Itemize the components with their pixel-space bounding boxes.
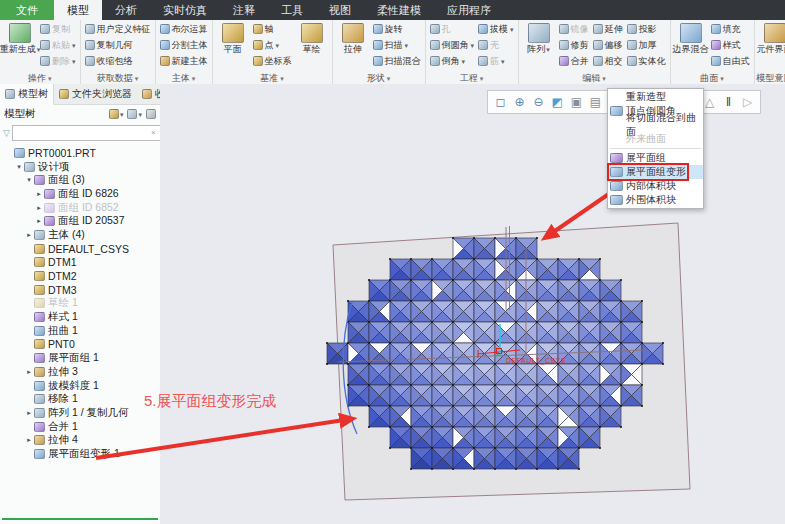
- tab-工具[interactable]: 工具: [268, 0, 316, 20]
- ribbon-button-旋转[interactable]: 旋转: [371, 21, 423, 37]
- tree-item[interactable]: 展平面组变形 1: [0, 447, 160, 461]
- ribbon-button-筋[interactable]: 筋▾: [476, 53, 516, 69]
- menu-item-外来曲面[interactable]: 外来曲面: [608, 132, 703, 146]
- ribbon-button-分割主体[interactable]: 分割主体: [158, 37, 210, 53]
- ribbon-button-偏移[interactable]: 偏移: [591, 37, 625, 53]
- tree-item[interactable]: ▾设计项: [0, 160, 160, 174]
- ribbon-button-新建主体[interactable]: 新建主体: [158, 53, 210, 69]
- tree-item[interactable]: DEFAULT_CSYS: [0, 242, 160, 256]
- tree-item[interactable]: ▾面组 (3): [0, 173, 160, 187]
- tab-柔性建模[interactable]: 柔性建模: [364, 0, 434, 20]
- ribbon-button-相交[interactable]: 相交: [591, 53, 625, 69]
- ribbon-button-收缩包络[interactable]: 收缩包络: [83, 53, 153, 69]
- display-style-icon[interactable]: ▣: [567, 92, 586, 112]
- ribbon-group-label-操作[interactable]: 操作: [2, 72, 78, 84]
- ribbon-button-壳[interactable]: 壳: [476, 37, 516, 53]
- ribbon-button-投影[interactable]: 投影: [625, 21, 668, 37]
- ribbon-button-拔模[interactable]: 拔模▾: [476, 21, 516, 37]
- tree-item[interactable]: PRT0001.PRT: [0, 146, 160, 160]
- ribbon-button-合并[interactable]: 合并: [557, 53, 591, 69]
- ribbon-group-label-曲面[interactable]: 曲面: [673, 72, 752, 84]
- ribbon-button-扫描[interactable]: 扫描▾: [371, 37, 423, 53]
- tree-item[interactable]: 展平面组 1: [0, 351, 160, 365]
- tree-item[interactable]: ▸面组 ID 20537: [0, 214, 160, 228]
- tab-应用程序[interactable]: 应用程序: [434, 0, 504, 20]
- resume-icon[interactable]: ▷: [738, 92, 757, 112]
- expand-icon[interactable]: ▸: [34, 190, 44, 198]
- tree-filter-input[interactable]: [13, 127, 149, 139]
- ribbon-group-label-获取数据[interactable]: 获取数据: [83, 72, 153, 84]
- collapse-icon[interactable]: ▾: [14, 163, 24, 171]
- zoom-out-icon[interactable]: ⊖: [529, 92, 548, 112]
- ribbon-button-轴[interactable]: 轴: [251, 21, 294, 37]
- filter-funnel-icon[interactable]: ▽: [3, 128, 10, 138]
- zoom-window-icon[interactable]: ◻: [491, 92, 510, 112]
- ribbon-button-草绘[interactable]: 草绘: [294, 21, 330, 56]
- ribbon-button-孔[interactable]: 孔: [428, 21, 477, 37]
- ribbon-button-删除[interactable]: 删除▾: [38, 53, 78, 69]
- pause-icon[interactable]: ‖: [719, 92, 738, 112]
- tree-filters-icon[interactable]: ▾: [109, 109, 124, 119]
- tree-item[interactable]: 草绘 1: [0, 297, 160, 311]
- tree-item[interactable]: DTM2: [0, 269, 160, 283]
- tab-模型[interactable]: 模型: [54, 0, 102, 20]
- ribbon-group-label-主体[interactable]: 主体: [158, 72, 210, 84]
- zoom-in-icon[interactable]: ⊕: [510, 92, 529, 112]
- tab-注释[interactable]: 注释: [220, 0, 268, 20]
- ribbon-group-label-编辑[interactable]: 编辑: [521, 72, 668, 84]
- ribbon-button-修剪[interactable]: 修剪: [557, 37, 591, 53]
- tree-item[interactable]: PNT0: [0, 338, 160, 352]
- menu-item-将切面混合到曲面[interactable]: 将切面混合到曲面: [608, 118, 703, 132]
- tab-分析[interactable]: 分析: [102, 0, 150, 20]
- ribbon-button-点[interactable]: 点▾: [251, 37, 294, 53]
- expand-icon[interactable]: ▸: [24, 409, 34, 417]
- ribbon-button-复制[interactable]: 复制: [38, 21, 78, 37]
- menu-item-内部体积块[interactable]: 内部体积块: [608, 179, 703, 193]
- ribbon-button-粘贴[interactable]: 粘贴▾: [38, 37, 78, 53]
- tree-columns-icon[interactable]: ▾: [127, 109, 142, 119]
- ribbon-button-平面[interactable]: 平面: [215, 21, 251, 56]
- tree-settings-icon[interactable]: [146, 109, 156, 119]
- tree-item[interactable]: ▸阵列 1 / 复制几何: [0, 406, 160, 420]
- ribbon-button-加厚[interactable]: 加厚: [625, 37, 668, 53]
- menu-item-重新造型[interactable]: 重新造型: [608, 90, 703, 104]
- ribbon-button-重新生成[interactable]: 重新生成▾: [2, 21, 38, 56]
- ribbon-button-元件界面[interactable]: 元件界面: [757, 21, 785, 56]
- ribbon-button-阵列[interactable]: 阵列▾: [521, 21, 557, 56]
- tree-item[interactable]: 样式 1: [0, 310, 160, 324]
- ribbon-button-镜像[interactable]: 镜像: [557, 21, 591, 37]
- tree-item[interactable]: ▸面组 ID 6852: [0, 201, 160, 215]
- tree-item[interactable]: ▸面组 ID 6826: [0, 187, 160, 201]
- tree-item[interactable]: DTM3: [0, 283, 160, 297]
- ribbon-group-label-工程[interactable]: 工程: [428, 72, 516, 84]
- tab-文件[interactable]: 文件: [0, 0, 54, 20]
- filter-clear-icon[interactable]: ×: [149, 128, 158, 137]
- tree-item[interactable]: 扭曲 1: [0, 324, 160, 338]
- ribbon-button-复制几何[interactable]: 复制几何: [83, 37, 153, 53]
- ribbon-button-坐标系[interactable]: 坐标系: [251, 53, 294, 69]
- tree-item[interactable]: 移除 1: [0, 392, 160, 406]
- ribbon-button-用户定义特征[interactable]: 用户定义特征: [83, 21, 153, 37]
- ribbon-group-label-模型意图[interactable]: 模型意图: [757, 72, 785, 84]
- tree-item[interactable]: DTM1: [0, 256, 160, 270]
- tree-item[interactable]: ▸拉伸 3: [0, 365, 160, 379]
- tree-item[interactable]: 合并 1: [0, 420, 160, 434]
- ribbon-button-倒角[interactable]: 倒角▾: [428, 53, 477, 69]
- expand-icon[interactable]: ▸: [34, 217, 44, 225]
- tree-item[interactable]: ▸主体 (4): [0, 228, 160, 242]
- tree-item[interactable]: 拔模斜度 1: [0, 379, 160, 393]
- menu-item-展平面组[interactable]: 展平面组: [608, 151, 703, 165]
- collapse-icon[interactable]: ▾: [24, 176, 34, 184]
- ribbon-button-倒圆角[interactable]: 倒圆角▾: [428, 37, 477, 53]
- ribbon-button-填充[interactable]: 填充: [709, 21, 752, 37]
- ribbon-button-扫描混合[interactable]: 扫描混合: [371, 53, 423, 69]
- expand-icon[interactable]: ▸: [24, 231, 34, 239]
- tree-item[interactable]: ▸拉伸 4: [0, 433, 160, 447]
- navigator-tab-文件夹浏览器[interactable]: 文件夹浏览器: [54, 84, 137, 104]
- navigator-tab-模型树[interactable]: 模型树: [0, 84, 54, 105]
- ribbon-group-label-基准[interactable]: 基准: [215, 72, 330, 84]
- ribbon-button-实体化[interactable]: 实体化: [625, 53, 668, 69]
- ribbon-button-样式[interactable]: 样式: [709, 37, 752, 53]
- tab-视图[interactable]: 视图: [316, 0, 364, 20]
- menu-item-展平面组变形[interactable]: 展平面组变形: [608, 165, 703, 179]
